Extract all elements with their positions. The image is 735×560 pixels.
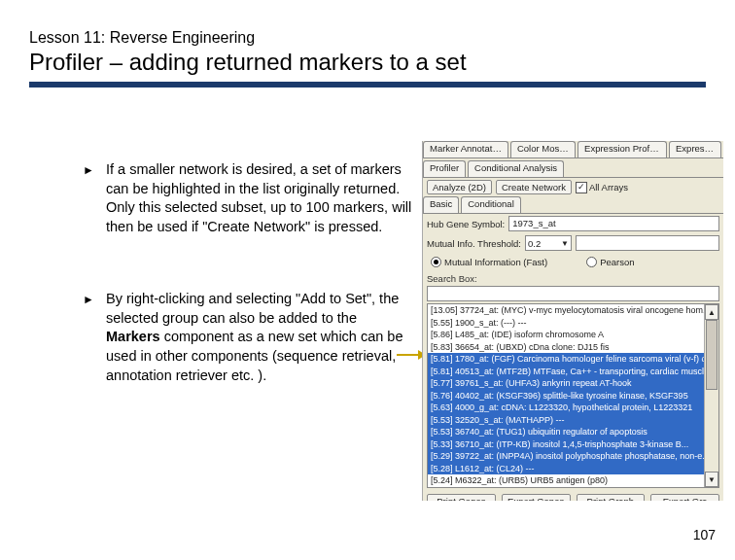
list-item[interactable]: [5.33] 36710_at: (ITP-KB) inositol 1,4,5… — [428, 438, 718, 451]
list-item[interactable]: [5.76] 40402_at: (KSGF396) splittle-like… — [428, 390, 718, 402]
tab-color-mosaic[interactable]: Color Mosaic — [510, 141, 576, 158]
radio-mutual-info[interactable]: Mutual Information (Fast) — [431, 257, 547, 267]
results-listbox[interactable]: [13.05] 37724_at: (MYC) v-myc myelocytom… — [427, 303, 719, 488]
scroll-thumb[interactable] — [706, 320, 718, 390]
hub-row: Hub Gene Symbol: 1973_s_at — [423, 214, 723, 233]
page-number: 107 — [693, 527, 716, 542]
export-graph-button[interactable]: Export Gra — [650, 494, 719, 501]
bullet-list: ► If a smaller network is desired, a set… — [83, 160, 413, 438]
tabs-top: Marker Annotation Color Mosaic Expressio… — [423, 141, 723, 158]
mutual-info-dropdown[interactable]: 0.2 ▼ — [525, 235, 572, 251]
bullet-item: ► If a smaller network is desired, a set… — [83, 160, 413, 236]
list-item[interactable]: [5.24] M6322_at: (URB5) URB5 antigen (p8… — [428, 474, 718, 487]
list-item[interactable]: [13.05] 37724_at: (MYC) v-myc myelocytom… — [428, 304, 718, 317]
export-genes-button[interactable]: Export Genes — [502, 494, 571, 501]
radio-icon — [431, 257, 441, 267]
app-screenshot: Marker Annotation Color Mosaic Expressio… — [422, 141, 723, 501]
list-item[interactable]: [5.86] L485_at: (IDE) isoform chromosome… — [428, 329, 718, 341]
title-rule — [29, 82, 706, 88]
list-item[interactable]: [5.63] 4000_g_at: cDNA: L1223320, hypoth… — [428, 402, 718, 414]
list-item[interactable]: [5.81] 1780_at: (FGF) Carcinoma homologe… — [428, 353, 718, 366]
tab-expression-profiles[interactable]: Expression Profiles — [578, 141, 667, 158]
list-item[interactable]: [5.23] 1396_at: (AHR) arylhydrocarbon re… — [428, 487, 718, 489]
tabs-basic: Basic Conditional — [423, 196, 723, 214]
list-item[interactable]: [5.81] 40513_at: (MTF2B) MTFase, Ca++ - … — [428, 366, 718, 378]
bullet-item: ► By right-clicking and selecting "Add t… — [83, 290, 413, 385]
list-item[interactable]: [5.53] 36740_at: (TUG1) ubiquitin regula… — [428, 426, 718, 438]
tab-conditional[interactable]: Conditional — [461, 196, 521, 213]
tab-basic[interactable]: Basic — [423, 196, 459, 213]
list-item[interactable]: [5.83] 36654_at: (UBXD) cDna clone: DJ15… — [428, 341, 718, 354]
mutual-info-value: 0.2 — [528, 238, 541, 249]
list-item[interactable]: [5.55] 1900_s_at: (---) --- — [428, 317, 718, 330]
mutual-info-aux-input[interactable] — [576, 235, 719, 251]
lesson-label: Lesson 11: Reverse Engineering — [29, 29, 255, 47]
radio-icon — [586, 257, 597, 267]
list-item[interactable]: [5.28] L1612_at: (CL24) --- — [428, 463, 718, 475]
chevron-down-icon: ▼ — [561, 239, 569, 248]
create-network-button[interactable]: Create Network — [496, 180, 572, 194]
bullet-arrow-icon: ► — [83, 290, 106, 385]
print-graph-button[interactable]: Print Graph — [577, 494, 646, 501]
search-box-label: Search Box: — [423, 271, 723, 286]
tabs-sub: Profiler Conditional Analysis — [423, 160, 723, 178]
radio-pearson-label: Pearson — [600, 257, 634, 267]
hub-gene-input[interactable]: 1973_s_at — [508, 216, 719, 231]
bullet-arrow-icon: ► — [83, 160, 106, 236]
radio-mi-label: Mutual Information (Fast) — [444, 257, 547, 267]
scroll-up-icon[interactable]: ▲ — [705, 304, 718, 320]
hub-gene-label: Hub Gene Symbol: — [427, 219, 505, 229]
tab-expression-cut[interactable]: Expressio — [669, 141, 721, 158]
radio-pearson[interactable]: Pearson — [586, 257, 634, 267]
list-item[interactable]: [5.53] 32520_s_at: (MATHAPP) --- — [428, 414, 718, 427]
tab-marker-annotation[interactable]: Marker Annotation — [423, 141, 508, 158]
tab-conditional-analysis[interactable]: Conditional Analysis — [468, 160, 564, 177]
scrollbar[interactable]: ▲ ▼ — [704, 304, 718, 487]
list-item[interactable]: [5.29] 39722_at: (INPP4A) inositol polyp… — [428, 450, 718, 463]
mutual-row: Mutual Info. Threshold: 0.2 ▼ — [423, 233, 723, 253]
mutual-info-label: Mutual Info. Threshold: — [427, 238, 521, 249]
checkbox-icon: ✓ — [576, 182, 587, 193]
slide: Lesson 11: Reverse Engineering Profiler … — [0, 0, 735, 560]
list-item[interactable]: [5.77] 39761_s_at: (UHFA3) ankyrin repea… — [428, 377, 718, 390]
all-arrays-checkbox[interactable]: ✓ All Arrays — [576, 182, 628, 193]
all-arrays-label: All Arrays — [589, 182, 628, 192]
bottom-button-row: Print Genes Export Genes Print Graph Exp… — [423, 488, 723, 501]
tab-profiler[interactable]: Profiler — [423, 160, 466, 177]
bullet-text: By right-clicking and selecting "Add to … — [106, 290, 413, 385]
scroll-down-icon[interactable]: ▼ — [705, 472, 718, 487]
action-row: Analyze (2D) Create Network ✓ All Arrays — [423, 178, 723, 196]
analyze-button[interactable]: Analyze (2D) — [427, 180, 492, 194]
metric-radio-group: Mutual Information (Fast) Pearson — [423, 253, 723, 271]
print-genes-button[interactable]: Print Genes — [427, 494, 496, 501]
bullet-text: If a smaller network is desired, a set o… — [106, 160, 413, 236]
page-title: Profiler – adding returned markers to a … — [29, 49, 467, 76]
search-input[interactable] — [427, 286, 719, 301]
